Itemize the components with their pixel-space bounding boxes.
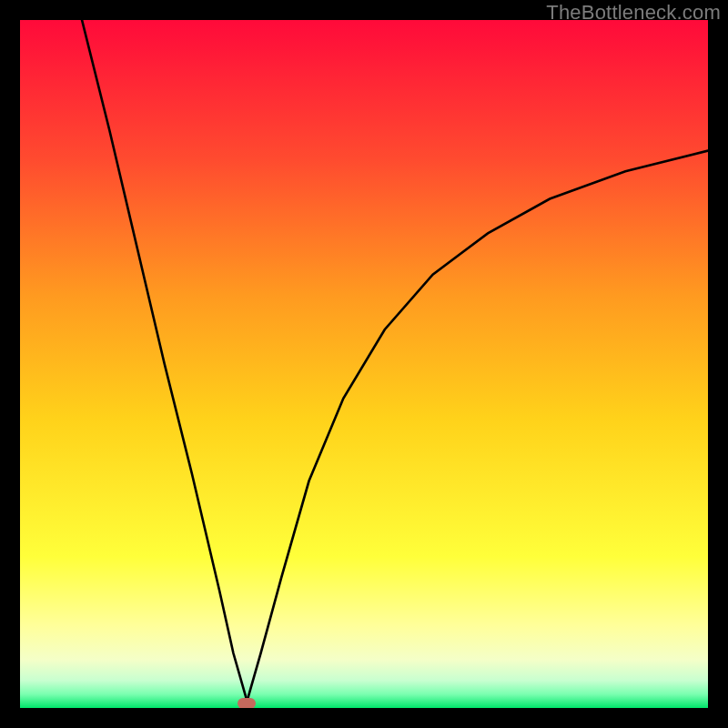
attribution-label: TheBottleneck.com (546, 1, 721, 25)
plot-area (20, 20, 708, 708)
optimal-marker (238, 698, 256, 708)
chart-frame: TheBottleneck.com (0, 0, 728, 728)
bottleneck-curve (20, 20, 708, 708)
